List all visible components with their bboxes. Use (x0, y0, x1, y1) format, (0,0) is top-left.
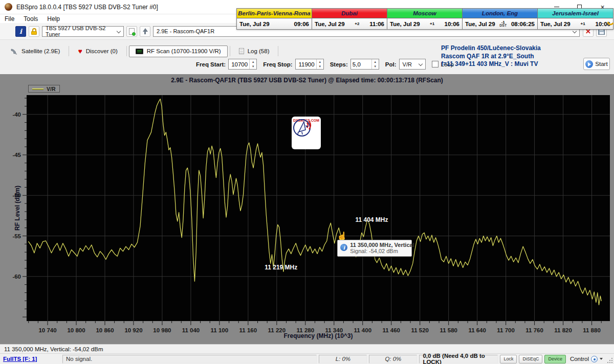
snr-lock-cell: 0,0 dB (Need 4,0 dB to LOCK) (419, 355, 498, 363)
control-label: Control (570, 356, 589, 362)
clock-time-row: Tue, Jul 29+110:06 (538, 18, 613, 29)
resize-grip[interactable] (607, 357, 613, 363)
lock-button[interactable] (29, 26, 39, 37)
steps-input[interactable] (351, 59, 371, 69)
start-button[interactable]: Start (583, 58, 610, 70)
info-line-2: Rascom QAF 1R at 2.9°E_South (441, 53, 541, 61)
dxsatcs-logo: DXSATCS.COM (292, 117, 321, 149)
freq-start-label: Freq Start: (196, 61, 226, 67)
clock-london-eng: London, EngTue, Jul 29-1DST08:06:25 (463, 9, 538, 29)
status-bar: FullTS [F: 1] No signal. L: 0% Q: 0% 0,0… (0, 353, 614, 364)
tab-log-58[interactable]: Log (58) (232, 46, 276, 57)
tab-separator (230, 46, 230, 56)
clock-time-row: Tue, Jul 29+211:06 (312, 18, 387, 29)
control-icon (591, 356, 598, 362)
clock-time-row: Tue, Jul 29-1DST08:06:25 (463, 18, 537, 29)
freq-start-input[interactable] (229, 59, 249, 69)
clock-city-label: London, Eng (463, 9, 537, 18)
rf-scan-chart: 2.9E - Rascom-QAF1R (TBS 5927 USB DVB-S2… (0, 74, 614, 344)
tab-separator (278, 46, 278, 56)
y-axis-title: RF Level (dBm) (14, 177, 21, 239)
steps-spinner[interactable]: ▲▼ (371, 59, 379, 69)
clock-date: Tue, Jul 29 (239, 21, 270, 27)
new-entry-button[interactable] (126, 26, 137, 37)
clock-time: 09:06 (294, 21, 309, 27)
clock-time: 11:06 (369, 21, 384, 27)
freq-start-spinbox: ▲▼ (228, 59, 257, 70)
clock-utc-offset: +1 (430, 22, 434, 26)
clock-offset: +1 (579, 22, 587, 26)
tuner-select[interactable]: TBS 5927 USB DVB-S2 Tuner (42, 26, 124, 37)
rf-scan-icon (136, 49, 143, 54)
tab-label: Log (58) (248, 48, 270, 54)
up-arrow-icon (143, 28, 148, 34)
clock-utc-offset: +1 (581, 22, 585, 26)
tab-separator (69, 46, 69, 56)
x-axis-title: Frequency (MHz) (10^3) (0, 332, 614, 339)
clock-offset: +1 (428, 22, 436, 26)
clock-dubai: DubaiTue, Jul 29+211:06 (312, 9, 387, 29)
lock-status-button[interactable]: Lock (500, 355, 517, 363)
menu-file[interactable]: File (0, 15, 19, 22)
clock-time: 10:06 (445, 21, 459, 27)
clock-moscow: MoscowTue, Jul 29+110:06 (387, 9, 463, 29)
steps-spinbox: ▲▼ (350, 59, 379, 70)
clock-berlin-paris-vienna-roma: Berlin-Paris-Vienna-RomaTue, Jul 2909:06 (237, 9, 312, 29)
page-plus-icon (129, 28, 135, 35)
chevron-down-icon (418, 62, 422, 66)
clock-utc-offset: +2 (355, 22, 359, 26)
clock-city-label: Dubai (312, 9, 387, 18)
tooltip-frequency: 11 350,000 MHz, Vertical (350, 242, 408, 248)
log-icon (239, 48, 244, 54)
tab-separator (126, 46, 127, 56)
lock-icon (31, 28, 37, 35)
clock-offset: -1DST (498, 21, 508, 27)
device-button[interactable]: Device (544, 355, 566, 363)
y-tick-label: -40 (12, 111, 21, 118)
control-menu[interactable]: Control (570, 356, 603, 362)
loop-checkbox[interactable] (432, 61, 438, 67)
clock-time-row: Tue, Jul 29+110:06 (387, 18, 462, 29)
tab-rf-scan-10700-11900-v-r[interactable]: RF Scan (10700-11900 V/R) (129, 46, 228, 57)
clock-date: Tue, Jul 29 (465, 21, 495, 27)
fullts-link[interactable]: FullTS [F: 1] (3, 356, 37, 362)
info-button[interactable]: i (15, 26, 26, 37)
info-line-3: f=11 349+11 403 MHz_V : Muvi TV (441, 60, 541, 69)
freq-stop-label: Freq Stop: (263, 61, 293, 67)
tooltip-signal: Signal: -54,02 dBm (350, 248, 408, 254)
clock-date: Tue, Jul 29 (540, 21, 571, 27)
clock-time-row: Tue, Jul 2909:06 (237, 18, 312, 29)
pol-label: Pol: (385, 61, 397, 67)
freq-stop-spinbox: ▲▼ (295, 59, 324, 70)
signal-status-cell: No signal. (62, 355, 317, 363)
pol-select[interactable]: V/R (399, 59, 426, 70)
clock-time: 08:06:25 (511, 21, 535, 27)
freq-stop-input[interactable] (296, 59, 316, 69)
clock-date: Tue, Jul 29 (390, 21, 420, 27)
spectrum-plot[interactable]: 10 74010 80010 86010 92010 98011 04011 1… (0, 74, 614, 344)
app-icon (5, 3, 12, 11)
world-clocks: Berlin-Paris-Vienna-RomaTue, Jul 2909:06… (236, 8, 613, 30)
content-strip: Satellite (2.9E)♥Discover (0)RF Scan (10… (0, 40, 614, 74)
tab-discover-0[interactable]: ♥Discover (0) (71, 46, 124, 57)
upload-button[interactable] (140, 26, 150, 37)
menu-tools[interactable]: Tools (19, 15, 42, 22)
tab-label: Satellite (2.9E) (21, 48, 60, 54)
freq-stop-spinner[interactable]: ▲▼ (316, 59, 323, 69)
satellite-dish-icon (11, 48, 18, 55)
clock-jerusalem-israel: Jerusalem-IsraelTue, Jul 29+110:06 (538, 9, 613, 29)
clock-city-label: Jerusalem-Israel (538, 9, 613, 18)
clock-offset: +2 (353, 22, 361, 26)
tab-row: Satellite (2.9E)♥Discover (0)RF Scan (10… (4, 45, 280, 57)
tab-label: Discover (0) (86, 48, 118, 54)
steps-label: Steps: (330, 61, 348, 67)
menu-help[interactable]: Help (42, 15, 64, 22)
diseqc-button[interactable]: DiSEqC (519, 355, 542, 363)
tab-satellite-2-9e[interactable]: Satellite (2.9E) (4, 46, 67, 57)
info-line-1: PF Prodelin 450/Lučenec-Slovakia (441, 44, 541, 53)
level-percent-cell: L: 0% (319, 355, 367, 363)
chevron-down-icon (600, 358, 603, 360)
clock-city-label: Berlin-Paris-Vienna-Roma (237, 9, 312, 18)
freq-start-spinner[interactable]: ▲▼ (249, 59, 256, 69)
app-window: EBSpro 18.0.0.4 [TBS 5927 USB DVB-S2 Tun… (0, 0, 614, 364)
